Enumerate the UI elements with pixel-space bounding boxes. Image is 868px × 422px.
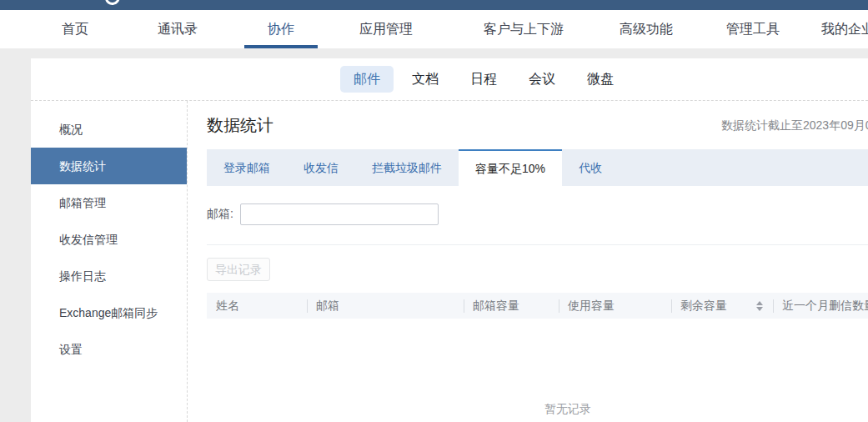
column-header-remaining-capacity[interactable]: 剩余容量	[671, 293, 773, 319]
mailbox-filter-label: 邮箱:	[207, 207, 233, 222]
sort-caret-icon[interactable]	[756, 301, 763, 311]
sort-descending-icon	[756, 307, 763, 311]
nav-item-contacts[interactable]: 通讯录	[158, 10, 198, 48]
app-tab-drive[interactable]: 微盘	[574, 66, 627, 93]
app-tab-mail[interactable]: 邮件	[340, 66, 394, 93]
filter-row: 邮箱:	[207, 203, 868, 225]
column-header-deleted-mail-count: 近一个月删信数量	[773, 293, 868, 319]
nav-item-admin-tools[interactable]: 管理工具	[726, 10, 780, 48]
top-window-bar	[0, 0, 868, 10]
app-tabs: 邮件 文档 日程 会议 微盘	[340, 66, 627, 93]
sidebar-item-mailbox-management[interactable]: 邮箱管理	[31, 184, 187, 221]
primary-nav: 首页 通讯录 协作 应用管理 客户与上下游 高级功能 管理工具 我的企业	[0, 10, 868, 48]
content-area: 概况 数据统计 邮箱管理 收发信管理 操作日志 Exchange邮箱同步 设置 …	[31, 100, 868, 422]
column-header-mailbox: 邮箱	[307, 293, 464, 319]
app-tab-calendar[interactable]: 日程	[457, 66, 510, 93]
logo-fragment-icon	[104, 0, 121, 6]
export-records-button[interactable]: 导出记录	[207, 258, 270, 281]
app-tab-docs[interactable]: 文档	[399, 66, 452, 93]
statistics-tabs: 登录邮箱 收发信 拦截垃圾邮件 容量不足10% 代收	[207, 149, 868, 186]
nav-item-app-management[interactable]: 应用管理	[359, 10, 413, 48]
sidebar-item-statistics[interactable]: 数据统计	[31, 148, 187, 184]
stat-tab-spam-intercepted[interactable]: 拦截垃圾邮件	[355, 149, 459, 186]
table-header-row: 姓名 邮箱 邮箱容量 使用容量 剩余容量 近一个月删信数量	[207, 293, 868, 319]
sidebar-item-exchange-sync[interactable]: Exchange邮箱同步	[31, 294, 187, 331]
app-tab-band: 邮件 文档 日程 会议 微盘	[31, 58, 868, 100]
section-divider	[207, 244, 868, 245]
sort-ascending-icon	[756, 301, 763, 305]
nav-item-home[interactable]: 首页	[62, 10, 88, 48]
sidebar-item-settings[interactable]: 设置	[31, 331, 187, 368]
column-header-name: 姓名	[207, 293, 307, 319]
stat-tab-login-mailbox[interactable]: 登录邮箱	[207, 149, 287, 186]
nav-item-collaboration[interactable]: 协作	[268, 10, 294, 48]
sidebar-item-overview[interactable]: 概况	[31, 111, 187, 148]
column-header-mailbox-capacity: 邮箱容量	[464, 293, 559, 319]
stat-tab-collect[interactable]: 代收	[562, 149, 619, 186]
stat-tab-send-receive[interactable]: 收发信	[287, 149, 355, 186]
app-tab-meeting[interactable]: 会议	[515, 66, 569, 93]
empty-records-text: 暂无记录	[207, 402, 868, 417]
statistics-deadline-note: 数据统计截止至2023年09月06日	[721, 118, 868, 133]
main-panel: 数据统计 数据统计截止至2023年09月06日 登录邮箱 收发信 拦截垃圾邮件 …	[188, 101, 868, 422]
nav-item-advanced-features[interactable]: 高级功能	[620, 10, 673, 48]
sidebar: 概况 数据统计 邮箱管理 收发信管理 操作日志 Exchange邮箱同步 设置	[31, 101, 188, 422]
column-header-used-capacity: 使用容量	[559, 293, 671, 319]
stat-tab-low-capacity[interactable]: 容量不足10%	[459, 149, 562, 186]
nav-item-my-company[interactable]: 我的企业	[821, 10, 868, 48]
sidebar-item-operation-log[interactable]: 操作日志	[31, 258, 187, 294]
column-header-remaining-capacity-label: 剩余容量	[680, 293, 727, 319]
nav-item-customers[interactable]: 客户与上下游	[484, 10, 564, 48]
mailbox-filter-input[interactable]	[240, 203, 439, 225]
sidebar-item-send-receive-management[interactable]: 收发信管理	[31, 221, 187, 258]
